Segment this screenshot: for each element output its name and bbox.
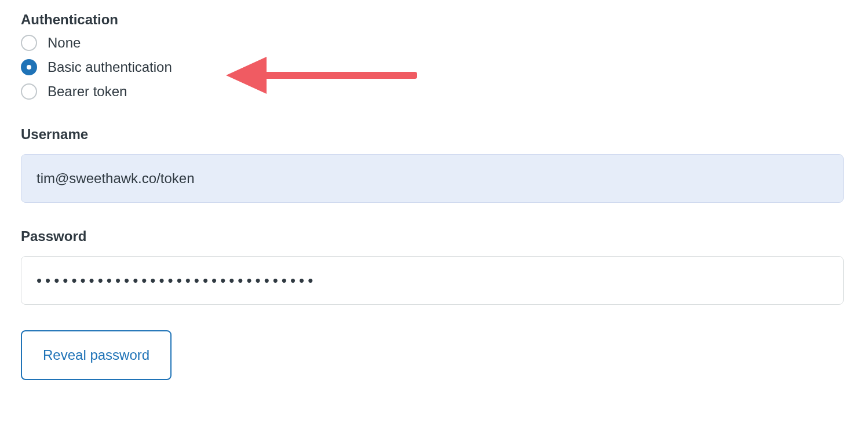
radio-icon-selected	[21, 59, 37, 75]
auth-option-label: Basic authentication	[48, 59, 172, 75]
auth-settings-page: Authentication None Basic authentication…	[0, 0, 868, 403]
auth-option-bearer[interactable]: Bearer token	[21, 83, 847, 100]
password-label: Password	[21, 228, 847, 244]
password-input[interactable]	[21, 256, 844, 305]
radio-icon	[21, 35, 37, 51]
auth-option-label: None	[48, 35, 81, 51]
auth-option-basic[interactable]: Basic authentication	[21, 59, 847, 75]
password-field: Password	[21, 228, 847, 305]
authentication-heading: Authentication	[21, 12, 847, 28]
auth-option-label: Bearer token	[48, 83, 127, 100]
username-field: Username	[21, 126, 847, 203]
username-label: Username	[21, 126, 847, 143]
auth-radio-group: None Basic authentication Bearer token	[21, 35, 847, 100]
radio-icon	[21, 83, 37, 100]
username-input[interactable]	[21, 154, 844, 203]
reveal-password-button[interactable]: Reveal password	[21, 330, 172, 380]
auth-option-none[interactable]: None	[21, 35, 847, 51]
